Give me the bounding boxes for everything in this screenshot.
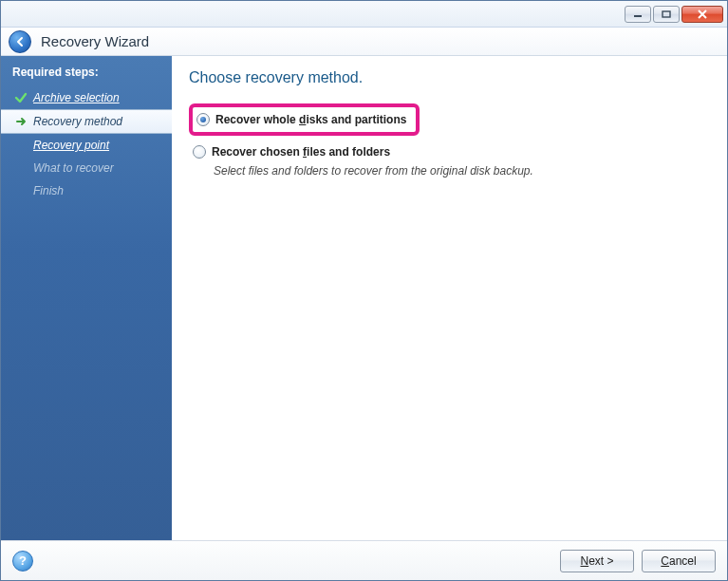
step-label: Archive selection [33, 91, 120, 104]
step-label: Finish [33, 184, 64, 197]
help-button[interactable]: ? [12, 551, 33, 572]
main-panel: Choose recovery method. Recover whole di… [172, 56, 727, 540]
step-finish: Finish [1, 179, 172, 202]
minimize-icon [633, 10, 643, 18]
help-icon: ? [19, 553, 27, 568]
close-icon [697, 9, 708, 19]
radio-recover-files[interactable] [193, 145, 206, 159]
cancel-button[interactable]: Cancel [642, 550, 716, 572]
svg-rect-0 [634, 15, 642, 17]
next-button[interactable]: Next > [560, 550, 634, 572]
sidebar-header: Required steps: [1, 56, 172, 86]
option-recover-disks[interactable]: Recover whole disks and partitions [189, 103, 420, 136]
sidebar: Required steps: Archive selection Recove… [1, 56, 172, 540]
back-button[interactable] [9, 30, 31, 53]
arrow-right-icon [14, 115, 28, 128]
checkmark-icon [14, 91, 28, 104]
radio-recover-files-label: Recover chosen files and folders [212, 145, 390, 159]
maximize-icon [662, 10, 671, 18]
svg-rect-1 [663, 11, 670, 17]
back-arrow-icon [13, 35, 27, 48]
radio-recover-disks[interactable] [196, 113, 210, 126]
step-archive-selection[interactable]: Archive selection [1, 86, 172, 109]
header: Recovery Wizard [1, 28, 727, 56]
step-what-to-recover: What to recover [1, 157, 172, 179]
option-recover-files-description: Select files and folders to recover from… [214, 164, 710, 178]
titlebar [1, 1, 727, 28]
step-recovery-point[interactable]: Recovery point [1, 134, 172, 157]
recovery-wizard-window: Recovery Wizard Required steps: Archive … [0, 0, 728, 581]
step-label: What to recover [33, 161, 114, 175]
step-recovery-method[interactable]: Recovery method [1, 109, 172, 134]
step-label: Recovery method [33, 115, 122, 128]
footer: ? Next > Cancel [1, 540, 727, 580]
minimize-button[interactable] [625, 6, 651, 23]
page-title: Choose recovery method. [189, 69, 710, 86]
window-title: Recovery Wizard [41, 33, 149, 49]
maximize-button[interactable] [653, 6, 680, 23]
option-recover-files[interactable]: Recover chosen files and folders [189, 141, 710, 162]
radio-recover-disks-label: Recover whole disks and partitions [215, 113, 406, 126]
step-label: Recovery point [33, 139, 109, 152]
body: Required steps: Archive selection Recove… [1, 56, 727, 540]
close-button[interactable] [681, 6, 723, 23]
